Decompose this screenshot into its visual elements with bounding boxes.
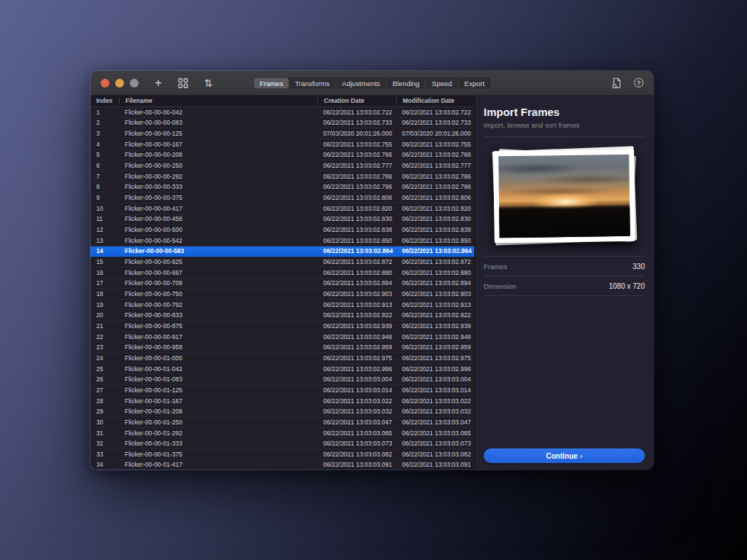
tab-transforms[interactable]: Transforms xyxy=(289,77,336,88)
table-row[interactable]: 8 Flicker-00-00-00-333 06/22/2021 13:03:… xyxy=(90,182,474,193)
cell-filename: Flicker-00-00-00-667 xyxy=(119,269,317,276)
table-row[interactable]: 20 Flicker-00-00-00-833 06/22/2021 13:03… xyxy=(90,310,474,321)
table-row[interactable]: 3 Flicker-00-00-00-125 07/03/2020 20:01:… xyxy=(90,128,474,139)
table-row[interactable]: 30 Flicker-00-00-01-250 06/22/2021 13:03… xyxy=(90,417,474,428)
column-header-modification-date[interactable]: Modification Date xyxy=(396,97,474,105)
table-row[interactable]: 4 Flicker-00-00-00-167 06/22/2021 13:03:… xyxy=(90,139,474,150)
cell-modification-date: 06/22/2021 13:03:02.766 xyxy=(396,151,474,158)
table-row[interactable]: 6 Flicker-00-00-00-250 06/22/2021 13:03:… xyxy=(90,160,474,171)
tab-adjustments[interactable]: Adjustments xyxy=(336,77,386,88)
table-row[interactable]: 31 Flicker-00-00-01-292 06/22/2021 13:03… xyxy=(90,428,474,439)
cell-filename: Flicker-00-00-01-042 xyxy=(119,365,317,373)
zoom-window-button[interactable] xyxy=(130,79,139,88)
export-document-button[interactable] xyxy=(611,77,622,89)
cell-modification-date: 06/22/2021 13:03:02.830 xyxy=(396,215,474,222)
plus-icon: + xyxy=(155,77,162,89)
table-row[interactable]: 27 Flicker-00-00-01-125 06/22/2021 13:03… xyxy=(90,385,474,396)
cell-index: 3 xyxy=(90,130,119,137)
cell-modification-date: 06/22/2021 13:03:03.004 xyxy=(396,376,474,383)
cell-index: 15 xyxy=(90,258,119,265)
continue-button[interactable]: Continue › xyxy=(484,448,645,463)
table-row[interactable]: 2 Flicker-00-00-00-083 06/22/2021 13:03:… xyxy=(90,118,474,129)
cell-filename: Flicker-00-00-00-333 xyxy=(119,183,317,190)
column-header-index[interactable]: Index xyxy=(90,97,119,105)
table-row[interactable]: 11 Flicker-00-00-00-458 06/22/2021 13:03… xyxy=(90,214,474,225)
cell-modification-date: 06/22/2021 13:03:03.022 xyxy=(396,397,474,405)
table-row[interactable]: 34 Flicker-00-00-01-417 06/22/2021 13:03… xyxy=(90,460,474,470)
tab-export[interactable]: Export xyxy=(458,77,490,88)
table-row[interactable]: 1 Flicker-00-00-00-042 06/22/2021 13:03:… xyxy=(90,107,474,118)
table-row[interactable]: 9 Flicker-00-00-00-375 06/22/2021 13:03:… xyxy=(90,192,474,203)
cell-index: 20 xyxy=(90,311,119,319)
table-row[interactable]: 22 Flicker-00-00-00-917 06/22/2021 13:03… xyxy=(90,332,474,343)
dimension-value: 1080 x 720 xyxy=(609,282,646,290)
mode-tabs: Frames Transforms Adjustments Blending S… xyxy=(252,76,492,90)
table-row[interactable]: 19 Flicker-00-00-00-792 06/22/2021 13:03… xyxy=(90,300,474,311)
column-header-creation-date[interactable]: Creation Date xyxy=(317,97,396,105)
table-row[interactable]: 26 Flicker-00-00-01-083 06/22/2021 13:03… xyxy=(90,374,474,385)
cell-index: 14 xyxy=(90,247,119,254)
continue-label: Continue xyxy=(546,452,578,460)
cell-filename: Flicker-00-00-01-208 xyxy=(119,408,317,415)
table-row[interactable]: 12 Flicker-00-00-00-500 06/22/2021 13:03… xyxy=(90,225,474,236)
cell-creation-date: 06/22/2021 13:03:02.850 xyxy=(317,237,396,244)
tab-speed[interactable]: Speed xyxy=(425,77,457,88)
cell-modification-date: 06/22/2021 13:03:02.755 xyxy=(396,141,474,148)
grid-view-button[interactable] xyxy=(178,78,188,88)
cell-index: 19 xyxy=(90,301,119,308)
cell-filename: Flicker-00-00-01-083 xyxy=(119,376,317,383)
cell-filename: Flicker-00-00-00-750 xyxy=(119,290,317,298)
cell-creation-date: 06/22/2021 13:03:02.948 xyxy=(317,333,396,341)
cell-index: 18 xyxy=(90,290,119,298)
table-row[interactable]: 28 Flicker-00-00-01-167 06/22/2021 13:03… xyxy=(90,396,474,407)
cell-index: 9 xyxy=(90,194,119,201)
cell-modification-date: 06/22/2021 13:03:02.820 xyxy=(396,205,474,212)
table-row[interactable]: 14 Flicker-00-00-00-583 06/22/2021 13:03… xyxy=(90,246,474,257)
add-frames-button[interactable]: + xyxy=(155,77,162,89)
cell-index: 12 xyxy=(90,226,119,233)
table-row[interactable]: 16 Flicker-00-00-00-667 06/22/2021 13:03… xyxy=(90,268,474,279)
cell-index: 25 xyxy=(90,365,119,373)
cell-filename: Flicker-00-00-00-458 xyxy=(119,215,317,222)
cell-index: 31 xyxy=(90,429,119,437)
cell-creation-date: 06/22/2021 13:03:03.065 xyxy=(317,429,396,437)
cell-index: 7 xyxy=(90,173,119,180)
tab-blending[interactable]: Blending xyxy=(386,77,425,88)
table-row[interactable]: 29 Flicker-00-00-01-208 06/22/2021 13:03… xyxy=(90,406,474,417)
cell-index: 17 xyxy=(90,279,119,287)
table-row[interactable]: 15 Flicker-00-00-00-625 06/22/2021 13:03… xyxy=(90,257,474,268)
cell-filename: Flicker-00-00-00-625 xyxy=(119,258,317,265)
table-row[interactable]: 25 Flicker-00-00-01-042 06/22/2021 13:03… xyxy=(90,364,474,375)
frames-count-value: 330 xyxy=(632,262,645,271)
table-row[interactable]: 21 Flicker-00-00-00-875 06/22/2021 13:03… xyxy=(90,321,474,332)
table-row[interactable]: 32 Flicker-00-00-01-333 06/22/2021 13:03… xyxy=(90,438,474,449)
cell-modification-date: 06/22/2021 13:03:02.922 xyxy=(396,311,474,319)
sort-button[interactable]: ⇅ xyxy=(204,77,213,89)
cell-index: 27 xyxy=(90,386,119,394)
table-row[interactable]: 24 Flicker-00-00-01-000 06/22/2021 13:03… xyxy=(90,353,474,364)
help-button[interactable]: ? xyxy=(634,78,643,88)
cell-modification-date: 06/22/2021 13:03:02.864 xyxy=(396,247,474,254)
table-row[interactable]: 33 Flicker-00-00-01-375 06/22/2021 13:03… xyxy=(90,449,474,460)
frames-table-body: 1 Flicker-00-00-00-042 06/22/2021 13:03:… xyxy=(90,107,474,470)
cell-creation-date: 06/22/2021 13:03:02.996 xyxy=(317,365,396,373)
table-row[interactable]: 17 Flicker-00-00-00-708 06/22/2021 13:03… xyxy=(90,279,474,289)
cell-creation-date: 06/22/2021 13:03:02.975 xyxy=(317,354,396,362)
cell-index: 6 xyxy=(90,162,119,169)
cell-modification-date: 06/22/2021 13:03:02.796 xyxy=(396,183,474,190)
close-window-button[interactable] xyxy=(101,79,109,88)
cell-filename: Flicker-00-00-01-167 xyxy=(119,397,317,405)
cell-filename: Flicker-00-00-00-583 xyxy=(119,247,317,254)
tab-frames[interactable]: Frames xyxy=(254,77,289,88)
table-row[interactable]: 23 Flicker-00-00-00-958 06/22/2021 13:03… xyxy=(90,342,474,353)
table-row[interactable]: 18 Flicker-00-00-00-750 06/22/2021 13:03… xyxy=(90,289,474,300)
table-row[interactable]: 10 Flicker-00-00-00-417 06/22/2021 13:03… xyxy=(90,203,474,214)
minimize-window-button[interactable] xyxy=(115,79,124,88)
cell-index: 11 xyxy=(90,215,119,222)
divider xyxy=(484,295,645,296)
column-header-filename[interactable]: Filename xyxy=(119,97,317,105)
table-row[interactable]: 5 Flicker-00-00-00-208 06/22/2021 13:03:… xyxy=(90,150,474,161)
table-row[interactable]: 13 Flicker-00-00-00-542 06/22/2021 13:03… xyxy=(90,236,474,246)
table-row[interactable]: 7 Flicker-00-00-00-292 06/22/2021 13:03:… xyxy=(90,171,474,182)
cell-filename: Flicker-00-00-01-250 xyxy=(119,419,317,426)
